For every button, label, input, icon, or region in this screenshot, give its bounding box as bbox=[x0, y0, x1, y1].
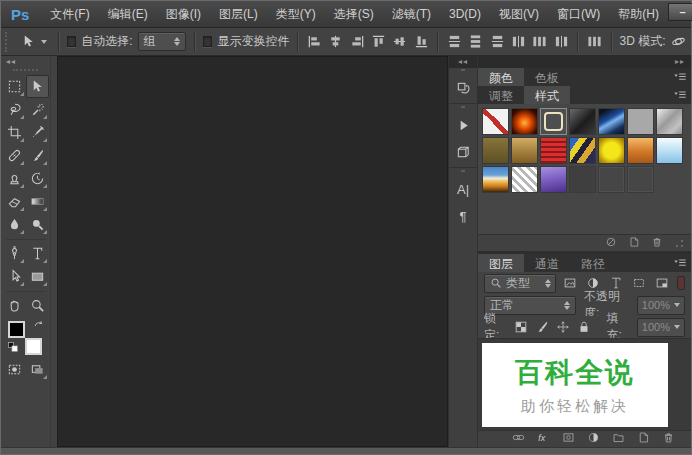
lock-pixels-button[interactable] bbox=[533, 318, 550, 337]
tools-grip[interactable] bbox=[13, 69, 38, 73]
tab-layers[interactable]: 图层 bbox=[478, 254, 524, 272]
crop-tool[interactable] bbox=[3, 121, 26, 144]
3d-orbit-icon[interactable] bbox=[671, 32, 687, 51]
opacity-dropdown[interactable]: 100% bbox=[637, 296, 685, 315]
menu-select[interactable]: 选择(S) bbox=[325, 2, 383, 27]
move-tool[interactable] bbox=[26, 75, 49, 98]
path-selection-tool[interactable] bbox=[3, 265, 26, 288]
dock-grip[interactable] bbox=[461, 170, 465, 174]
align-left-edges-button[interactable] bbox=[306, 32, 322, 51]
distribute-top-edges-button[interactable] bbox=[446, 32, 462, 51]
eraser-tool[interactable] bbox=[3, 190, 26, 213]
filter-shape-layers-button[interactable] bbox=[629, 274, 648, 293]
menu-filter[interactable]: 滤镜(T) bbox=[383, 2, 440, 27]
style-swatch[interactable] bbox=[656, 137, 683, 164]
healing-brush-tool[interactable] bbox=[3, 144, 26, 167]
tab-color[interactable]: 颜色 bbox=[478, 68, 524, 86]
distribute-left-edges-button[interactable] bbox=[510, 32, 526, 51]
style-swatch[interactable] bbox=[511, 166, 538, 193]
add-layer-mask-button[interactable] bbox=[562, 431, 575, 447]
quick-mask-button[interactable] bbox=[3, 358, 26, 381]
menu-layer[interactable]: 图层(L) bbox=[210, 2, 267, 27]
menu-type[interactable]: 类型(Y) bbox=[267, 2, 325, 27]
rectangular-marquee-tool[interactable] bbox=[3, 75, 26, 98]
style-swatch[interactable] bbox=[627, 108, 654, 135]
clone-stamp-tool[interactable] bbox=[3, 167, 26, 190]
panel-menu-icon[interactable] bbox=[669, 254, 691, 272]
tab-channels[interactable]: 通道 bbox=[524, 254, 570, 272]
new-layer-button[interactable] bbox=[637, 431, 650, 447]
background-color-swatch[interactable] bbox=[25, 338, 42, 355]
brush-tool[interactable] bbox=[26, 144, 49, 167]
align-top-edges-button[interactable] bbox=[370, 32, 386, 51]
dock-collapse-button[interactable]: ◂◂ bbox=[449, 56, 477, 68]
style-swatch[interactable] bbox=[482, 166, 509, 193]
filter-toggle-switch[interactable] bbox=[677, 276, 685, 290]
tools-collapse-button[interactable]: ◂◂ bbox=[1, 56, 50, 68]
tab-paths[interactable]: 路径 bbox=[570, 254, 616, 272]
delete-layer-button[interactable] bbox=[662, 431, 675, 447]
link-layers-button[interactable] bbox=[512, 431, 525, 447]
menu-view[interactable]: 视图(V) bbox=[490, 2, 548, 27]
tab-swatches[interactable]: 色板 bbox=[524, 68, 570, 86]
auto-select-dropdown[interactable]: 组 bbox=[138, 32, 186, 51]
character-panel-button[interactable]: A| bbox=[449, 176, 477, 203]
minimize-button[interactable]: – bbox=[668, 3, 692, 21]
blur-tool[interactable] bbox=[3, 213, 26, 236]
3d-panel-button[interactable] bbox=[449, 139, 477, 166]
lock-transparency-button[interactable] bbox=[512, 318, 529, 337]
new-group-button[interactable] bbox=[612, 431, 625, 447]
fill-dropdown[interactable]: 100% bbox=[637, 318, 685, 337]
zoom-tool[interactable] bbox=[26, 294, 49, 317]
style-swatch[interactable] bbox=[482, 108, 509, 135]
menu-help[interactable]: 帮助(H) bbox=[609, 2, 668, 27]
style-swatch-empty[interactable] bbox=[598, 166, 625, 193]
style-swatch[interactable] bbox=[656, 108, 683, 135]
panel-menu-icon[interactable] bbox=[669, 86, 691, 104]
magic-wand-tool[interactable] bbox=[26, 98, 49, 121]
new-style-button[interactable] bbox=[628, 236, 640, 251]
distribute-spacing-button[interactable] bbox=[586, 32, 602, 51]
default-colors-icon[interactable] bbox=[7, 341, 19, 356]
lasso-tool[interactable] bbox=[3, 98, 26, 121]
align-vertical-centers-button[interactable] bbox=[392, 32, 408, 51]
distribute-right-edges-button[interactable] bbox=[553, 32, 569, 51]
menu-file[interactable]: 文件(F) bbox=[41, 2, 98, 27]
panel-menu-icon[interactable] bbox=[669, 68, 691, 86]
menu-image[interactable]: 图像(I) bbox=[157, 2, 210, 27]
distribute-horizontal-centers-button[interactable] bbox=[532, 32, 548, 51]
style-swatch[interactable] bbox=[482, 137, 509, 164]
style-swatch[interactable] bbox=[627, 137, 654, 164]
distribute-bottom-edges-button[interactable] bbox=[489, 32, 505, 51]
align-right-edges-button[interactable] bbox=[349, 32, 365, 51]
distribute-vertical-centers-button[interactable] bbox=[468, 32, 484, 51]
options-bar-grip[interactable] bbox=[5, 32, 9, 52]
style-swatch[interactable] bbox=[511, 137, 538, 164]
tab-adjustments[interactable]: 调整 bbox=[478, 86, 524, 104]
menu-window[interactable]: 窗口(W) bbox=[548, 2, 609, 27]
gradient-tool[interactable] bbox=[26, 190, 49, 213]
menu-3d[interactable]: 3D(D) bbox=[440, 3, 490, 25]
canvas-area[interactable] bbox=[57, 56, 448, 447]
style-swatch[interactable] bbox=[598, 108, 625, 135]
style-swatch[interactable] bbox=[540, 137, 567, 164]
clear-style-button[interactable] bbox=[605, 236, 617, 251]
style-swatch[interactable] bbox=[511, 108, 538, 135]
dock-grip[interactable] bbox=[461, 106, 465, 110]
style-swatch[interactable] bbox=[569, 137, 596, 164]
menu-edit[interactable]: 编辑(E) bbox=[99, 2, 157, 27]
history-panel-button[interactable] bbox=[449, 75, 477, 102]
align-horizontal-centers-button[interactable] bbox=[328, 32, 344, 51]
filter-pixel-layers-button[interactable] bbox=[560, 274, 579, 293]
style-swatch-empty[interactable] bbox=[627, 166, 654, 193]
auto-select-checkbox[interactable] bbox=[67, 36, 77, 47]
actions-panel-button[interactable] bbox=[449, 112, 477, 139]
dodge-tool[interactable] bbox=[26, 213, 49, 236]
style-swatch-selected[interactable] bbox=[540, 108, 567, 135]
dock-expand-button[interactable]: ▸▸ bbox=[478, 56, 691, 68]
style-swatch[interactable] bbox=[598, 137, 625, 164]
delete-style-button[interactable] bbox=[651, 236, 663, 251]
type-tool[interactable] bbox=[26, 242, 49, 265]
style-swatch[interactable] bbox=[540, 166, 567, 193]
paragraph-panel-button[interactable]: ¶ bbox=[449, 203, 477, 230]
